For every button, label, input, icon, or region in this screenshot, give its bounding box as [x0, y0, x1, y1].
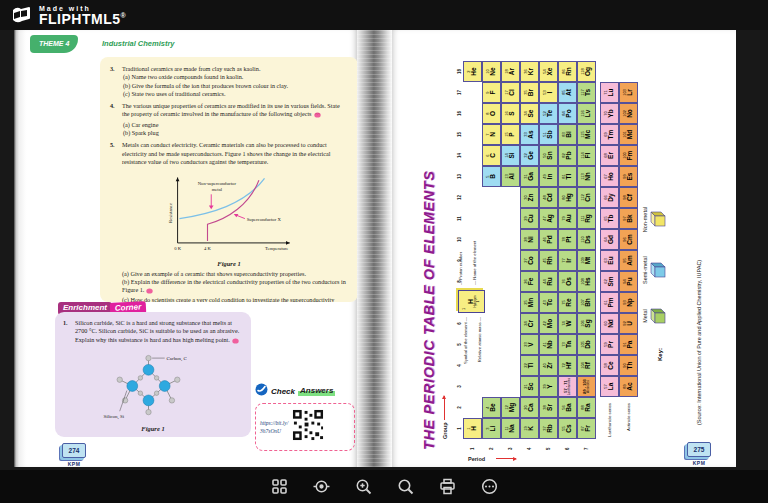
check-url[interactable]: https://bit.ly/ 3h7sOnU [260, 419, 288, 436]
svg-text:Superconductor X: Superconductor X [247, 218, 282, 223]
question-sub: (b) Explain the difference in the electr… [110, 278, 348, 297]
group-number: 11 [457, 208, 463, 229]
question-sub: (a) Car engine [122, 121, 348, 129]
group-number: 12 [457, 187, 463, 208]
element-cell: 82Pb [558, 145, 577, 166]
element-cell: 72Hf [558, 355, 577, 376]
element-cell: 57La [600, 376, 619, 397]
element-cell: 69Tm [600, 124, 619, 145]
element-cell: 26Fe [520, 271, 539, 292]
group-arrow [444, 397, 445, 421]
group-number: 10 [457, 229, 463, 250]
element-cell: 77Ir [558, 250, 577, 271]
element-cell: 48Cd [539, 187, 558, 208]
question-text: Metals can conduct electricity. Ceramic … [122, 141, 348, 166]
element-cell: 108Hs [577, 271, 596, 292]
legend-item: Non-metal [642, 207, 666, 232]
question-4: 4. The various unique properties of cera… [110, 102, 348, 137]
svg-text:metal: metal [212, 187, 223, 192]
element-cell: 55Cs [558, 418, 577, 439]
element-cell: 12Mg [501, 397, 520, 418]
element-cell: 22Ti [520, 355, 539, 376]
enrichment-box: 1. Silicon carbide, SiC is a hard and st… [55, 312, 251, 437]
question-sub: (b) Give the formula of the ion that pro… [122, 82, 348, 90]
periodic-table-title: THE PERIODIC TABLE OF ELEMENTS [421, 170, 437, 450]
element-cell: 25Mn [520, 292, 539, 313]
svg-text:4 K: 4 K [204, 247, 211, 252]
question-number: 5. [110, 141, 115, 149]
brain-icon [314, 112, 321, 120]
key-label-symbol: Symbol of the element — [463, 317, 468, 405]
search-icon[interactable] [396, 477, 415, 496]
question-number: 3. [110, 65, 115, 73]
top-bar: Made with FLIPHTML5® [0, 0, 768, 30]
source-text: (Source: International Union of Pure and… [696, 260, 702, 425]
more-options-icon[interactable] [480, 477, 499, 496]
element-cell: 6C [482, 145, 501, 166]
element-cell: 94Pu [619, 271, 638, 292]
element-cell: 33As [520, 124, 539, 145]
element-cell: 10Ne [482, 61, 501, 82]
element-cell: 71Lu [600, 82, 619, 103]
key-label-proton: — Proton number [458, 252, 463, 285]
element-cell: 78Pt [558, 229, 577, 250]
element-cell: 104Rf [577, 355, 596, 376]
element-cell: 23V [520, 334, 539, 355]
element-cell: 99Es [619, 166, 638, 187]
theme-badge: THEME 4 [30, 35, 78, 53]
figure1-chart: Non-superconductor metal Superconductor … [144, 170, 314, 258]
element-cell: 65Tb [600, 208, 619, 229]
period-number: 5 [539, 447, 558, 450]
theme-title: Industrial Chemistry [102, 40, 175, 48]
print-icon[interactable] [438, 477, 457, 496]
element-cell: 74W [558, 313, 577, 334]
zoom-in-icon[interactable] [354, 477, 373, 496]
element-cell: 64Gd [600, 229, 619, 250]
element-cell: 1H [463, 418, 482, 439]
svg-text:Resistance: Resistance [168, 203, 173, 223]
element-cell: 98Cf [619, 187, 638, 208]
check-answers-icon [255, 382, 268, 400]
period-number: 4 [520, 447, 539, 450]
element-cell: 85At [558, 82, 577, 103]
crystal-figure: Carbon, C Silicon, Si [63, 350, 243, 424]
element-cell: 11Na [501, 418, 520, 439]
element-cell: 51Sb [539, 124, 558, 145]
element-cell: 28Ni [520, 229, 539, 250]
element-cell: 75Re [558, 292, 577, 313]
element-cell: 101Md [619, 124, 638, 145]
element-cell: 7N [482, 124, 501, 145]
element-cell: 27Co [520, 250, 539, 271]
element-cell: 58Ce [600, 355, 619, 376]
element-cell: 97Bk [619, 208, 638, 229]
element-cell: 37Rb [539, 418, 558, 439]
periodic-table-rotated: THE PERIODIC TABLE OF ELEMENTS Group Per… [394, 33, 734, 463]
element-cell: 113Nh [577, 166, 596, 187]
fliphtml5-logo[interactable]: Made with FLIPHTML5® [39, 5, 126, 26]
left-page[interactable]: THEME 4 Industrial Chemistry 3. Traditio… [14, 30, 357, 467]
element-cell: 15P [501, 124, 520, 145]
element-cell: 102No [619, 103, 638, 124]
period-number: 2 [482, 447, 501, 450]
question-text: Silicon carbide, SiC is a hard and stron… [75, 319, 239, 343]
element-cell: 24Cr [520, 313, 539, 334]
thumbnails-icon[interactable] [270, 477, 289, 496]
group-number: 14 [457, 145, 463, 166]
element-cell: 53I [539, 82, 558, 103]
question-sub: (a) Name two oxide compounds found in ka… [122, 73, 348, 81]
element-cell: 114Fl [577, 145, 596, 166]
element-cell: 5B [482, 166, 501, 187]
question-3: 3. Traditional ceramics are made from cl… [110, 65, 348, 98]
right-page[interactable]: THE PERIODIC TABLE OF ELEMENTS Group Per… [392, 30, 736, 467]
element-cell: 87Fr [577, 418, 596, 439]
book-spine[interactable] [357, 30, 392, 467]
element-cell: 14Si [501, 145, 520, 166]
fliphtml5-logo-icon[interactable] [10, 5, 32, 25]
element-cell: 45Rh [539, 250, 558, 271]
element-cell: 30Zn [520, 187, 539, 208]
element-cell: 118Og [577, 61, 596, 82]
element-cell: 100Fm [619, 145, 638, 166]
auto-flip-icon[interactable] [312, 477, 331, 496]
qr-box: https://bit.ly/ 3h7sOnU [255, 403, 355, 451]
element-cell: 67Ho [600, 166, 619, 187]
